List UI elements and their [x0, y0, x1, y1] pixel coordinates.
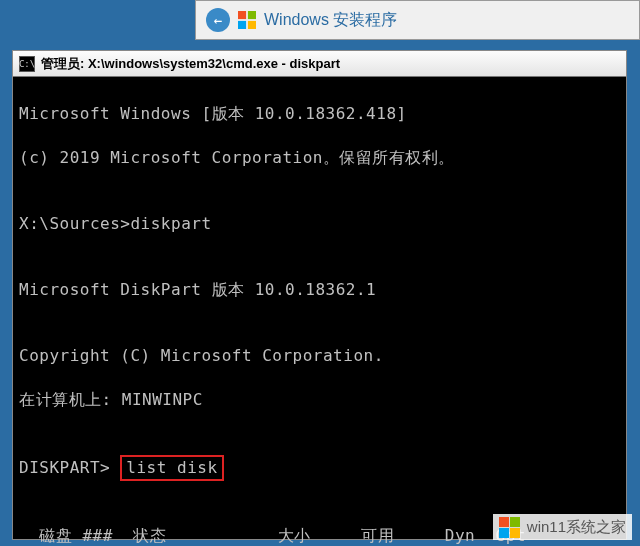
output-line: X:\Sources>diskpart — [19, 213, 620, 235]
svg-rect-3 — [248, 21, 256, 29]
watermark: win11系统之家 — [493, 514, 632, 540]
cmd-titlebar[interactable]: C:\ 管理员: X:\windows\system32\cmd.exe - d… — [13, 51, 626, 77]
output-line: Copyright (C) Microsoft Corporation. — [19, 345, 620, 367]
arrow-left-icon: ← — [214, 12, 222, 28]
back-button[interactable]: ← — [206, 8, 230, 32]
cmd-window: C:\ 管理员: X:\windows\system32\cmd.exe - d… — [12, 50, 627, 540]
windows-setup-window: ← Windows 安装程序 — [195, 0, 640, 40]
svg-rect-2 — [238, 21, 246, 29]
watermark-text: win11系统之家 — [527, 518, 626, 537]
windows-flag-icon — [238, 11, 256, 29]
command-highlight: list disk — [120, 455, 223, 481]
watermark-logo-icon — [499, 516, 521, 538]
output-line: (c) 2019 Microsoft Corporation。保留所有权利。 — [19, 147, 620, 169]
prompt: DISKPART> — [19, 458, 120, 477]
svg-rect-0 — [238, 11, 246, 19]
windows-setup-title: Windows 安装程序 — [264, 10, 397, 31]
cmd-output[interactable]: Microsoft Windows [版本 10.0.18362.418] (c… — [13, 77, 626, 546]
prompt-line: DISKPART> list disk — [19, 455, 620, 481]
cmd-icon: C:\ — [19, 56, 35, 72]
output-line: 在计算机上: MINWINPC — [19, 389, 620, 411]
output-line: Microsoft DiskPart 版本 10.0.18362.1 — [19, 279, 620, 301]
output-line: Microsoft Windows [版本 10.0.18362.418] — [19, 103, 620, 125]
svg-rect-1 — [248, 11, 256, 19]
cmd-title: 管理员: X:\windows\system32\cmd.exe - diskp… — [41, 55, 340, 73]
